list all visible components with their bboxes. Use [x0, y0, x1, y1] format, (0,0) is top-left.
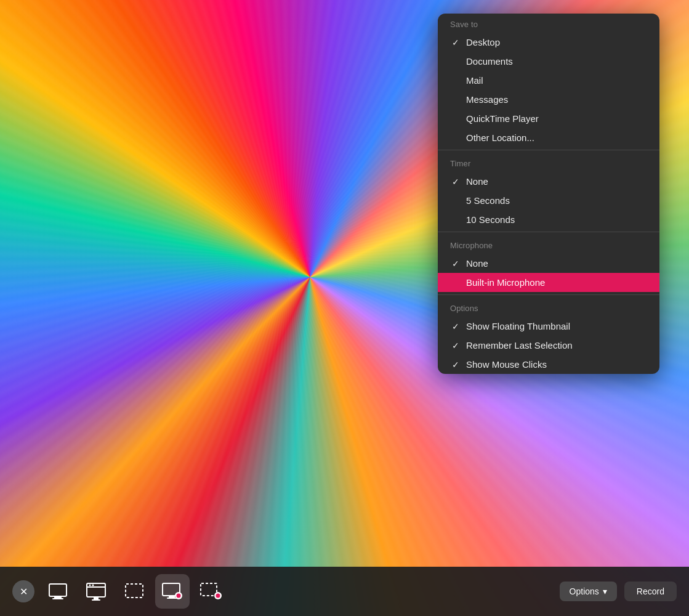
mail-label: Mail [466, 75, 647, 86]
builtin-mic-label: Built-in Microphone [466, 277, 647, 288]
menu-item-show-clicks[interactable]: ✓ Show Mouse Clicks [438, 355, 659, 374]
portion-record-icon [199, 580, 222, 603]
toolbar-right: Options ▾ Record [560, 582, 677, 601]
checkmark-timer-none: ✓ [450, 177, 461, 187]
mic-none-label: None [466, 258, 647, 269]
menu-item-mail[interactable]: ✓ Mail [438, 71, 659, 90]
selection-icon [123, 580, 145, 602]
remember-selection-label: Remember Last Selection [466, 340, 647, 351]
menu-item-builtin-mic[interactable]: ✓ Built-in Microphone [438, 273, 659, 292]
menu-item-desktop[interactable]: ✓ Desktop [438, 33, 659, 52]
checkmark-desktop: ✓ [450, 38, 461, 47]
other-label: Other Location... [466, 132, 647, 143]
svg-rect-15 [201, 583, 217, 596]
timer-10sec-label: 10 Seconds [466, 214, 647, 225]
timer-label: Timer [438, 153, 659, 172]
show-clicks-label: Show Mouse Clicks [466, 359, 647, 370]
menu-item-quicktime[interactable]: ✓ QuickTime Player [438, 109, 659, 128]
desktop-label: Desktop [466, 37, 647, 47]
screen-record-icon [161, 580, 184, 603]
menu-item-floating-thumbnail[interactable]: ✓ Show Floating Thumbnail [438, 317, 659, 336]
window-capture-button[interactable] [79, 574, 113, 609]
svg-point-17 [216, 594, 220, 598]
documents-label: Documents [466, 56, 647, 67]
timer-5sec-label: 5 Seconds [466, 195, 647, 206]
menu-item-timer-10sec[interactable]: ✓ 10 Seconds [438, 210, 659, 229]
svg-rect-0 [49, 584, 66, 596]
svg-rect-13 [169, 596, 175, 598]
selection-capture-button[interactable] [117, 574, 151, 609]
floating-thumbnail-label: Show Floating Thumbnail [466, 321, 647, 331]
checkmark-show-clicks: ✓ [450, 360, 461, 370]
svg-point-6 [92, 585, 94, 586]
options-button-label: Options [570, 586, 599, 596]
svg-rect-14 [167, 598, 177, 599]
quicktime-label: QuickTime Player [466, 113, 647, 124]
menu-item-timer-none[interactable]: ✓ None [438, 172, 659, 191]
svg-rect-1 [54, 596, 62, 598]
fullscreen-icon [47, 580, 69, 602]
close-icon: ✕ [20, 586, 28, 598]
record-button[interactable]: Record [624, 582, 677, 601]
menu-item-timer-5sec[interactable]: ✓ 5 Seconds [438, 191, 659, 210]
menu-item-messages[interactable]: ✓ Messages [438, 90, 659, 109]
checkmark-mic-none: ✓ [450, 259, 461, 269]
menu-item-documents[interactable]: ✓ Documents [438, 52, 659, 71]
chevron-down-icon: ▾ [603, 586, 607, 596]
divider-2 [438, 232, 659, 232]
options-button[interactable]: Options ▾ [560, 582, 617, 601]
toolbar: ✕ [0, 567, 689, 616]
checkmark-remember-selection: ✓ [450, 341, 461, 351]
divider-3 [438, 294, 659, 295]
close-button[interactable]: ✕ [12, 580, 34, 602]
window-icon [85, 580, 107, 602]
dropdown-menu: Save to ✓ Desktop ✓ Documents ✓ Mail ✓ M… [438, 14, 659, 374]
checkmark-floating-thumbnail: ✓ [450, 322, 461, 331]
screen-record-button[interactable] [155, 574, 190, 609]
record-button-label: Record [637, 586, 664, 596]
timer-none-label: None [466, 176, 647, 187]
toolbar-left: ✕ [12, 574, 228, 609]
menu-item-remember-selection[interactable]: ✓ Remember Last Selection [438, 336, 659, 355]
svg-rect-7 [94, 598, 99, 599]
divider-1 [438, 150, 659, 150]
svg-rect-9 [126, 584, 143, 598]
svg-rect-8 [92, 599, 100, 601]
options-section-label: Options [438, 298, 659, 317]
menu-item-other[interactable]: ✓ Other Location... [438, 128, 659, 147]
messages-label: Messages [466, 94, 647, 105]
microphone-label: Microphone [438, 235, 659, 254]
portion-record-button[interactable] [193, 574, 228, 609]
save-to-label: Save to [438, 14, 659, 33]
fullscreen-capture-button[interactable] [41, 574, 75, 609]
svg-rect-2 [52, 598, 63, 599]
svg-point-5 [89, 585, 91, 586]
svg-point-12 [177, 594, 181, 598]
menu-item-mic-none[interactable]: ✓ None [438, 254, 659, 273]
